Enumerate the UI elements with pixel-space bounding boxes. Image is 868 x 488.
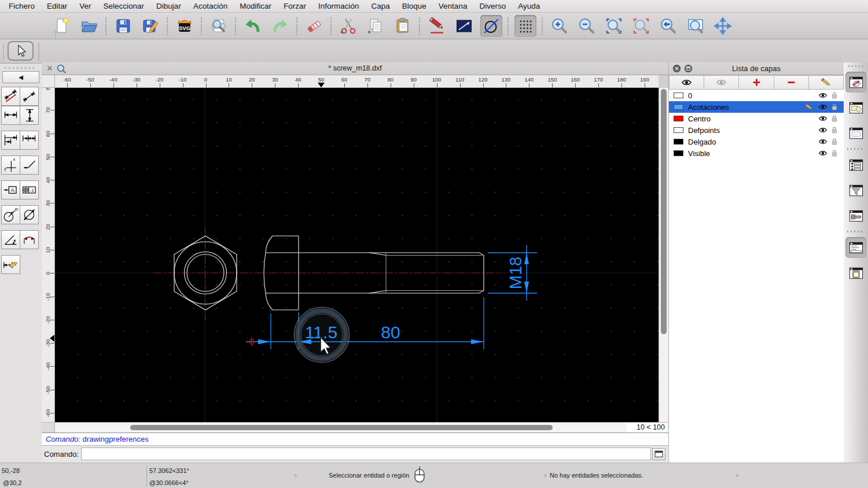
toggle-all-visible-button[interactable]	[669, 75, 704, 90]
panel-properties-toggle-button[interactable]	[845, 154, 866, 175]
dim-vertical-button[interactable]	[20, 106, 39, 125]
panel-library-toggle-button[interactable]	[845, 123, 866, 143]
zoom-previous-button[interactable]	[657, 15, 679, 37]
dim-horizontal-button[interactable]	[1, 106, 20, 125]
menu-seleccionar[interactable]: Seleccionar	[104, 2, 145, 10]
menu-ver[interactable]: Ver	[79, 2, 91, 10]
layer-lock-toggle[interactable]	[830, 137, 839, 146]
paste-button[interactable]	[392, 15, 414, 37]
save-as-button[interactable]	[139, 15, 161, 37]
layer-visibility-toggle[interactable]	[818, 102, 827, 112]
menu-capa[interactable]: Capa	[372, 2, 390, 10]
menu-diverso[interactable]: Diverso	[479, 2, 506, 10]
menu-editar[interactable]: Editar	[47, 2, 67, 10]
layer-lock-toggle[interactable]	[830, 125, 839, 135]
layer-lock-toggle[interactable]	[830, 149, 839, 158]
layer-visibility-toggle[interactable]	[818, 125, 827, 135]
layer-lock-toggle[interactable]	[830, 114, 839, 123]
layer-visibility-toggle[interactable]	[818, 91, 827, 100]
dim-angular-button[interactable]	[1, 230, 20, 249]
layer-color-swatch[interactable]	[674, 116, 683, 121]
layer-color-swatch[interactable]	[674, 139, 683, 145]
panel-blocks-toggle-button[interactable]	[845, 97, 866, 118]
layer-color-swatch[interactable]	[674, 150, 683, 156]
layer-row-0[interactable]: 0	[669, 90, 844, 101]
zoom-in-button[interactable]	[549, 15, 571, 37]
panel-filter-toggle-button[interactable]	[845, 180, 866, 201]
selection-tool-button[interactable]	[8, 41, 34, 61]
pan-button[interactable]	[712, 15, 734, 37]
command-input[interactable]	[81, 448, 651, 460]
draw-pencil-button[interactable]	[426, 15, 448, 37]
layer-lock-toggle[interactable]	[830, 91, 839, 100]
remove-layer-button[interactable]	[774, 75, 809, 90]
undo-button[interactable]	[242, 15, 264, 37]
redo-button[interactable]	[269, 15, 291, 37]
toggle-all-hidden-button[interactable]	[704, 75, 739, 90]
menu-bloque[interactable]: Bloque	[402, 2, 426, 10]
vertical-scrollbar-thumb[interactable]	[661, 89, 667, 334]
panel-view-toggle-button[interactable]	[845, 205, 866, 226]
layer-row-centro[interactable]: Centro	[669, 113, 844, 124]
layer-lock-toggle[interactable]	[830, 102, 839, 112]
menu-ayuda[interactable]: Ayuda	[518, 2, 540, 10]
layer-row-delgado[interactable]: Delgado	[669, 136, 844, 147]
dock-strip-drag-handle[interactable]	[848, 65, 863, 67]
dim-text-length[interactable]: 80	[381, 323, 400, 342]
horizontal-scrollbar-thumb[interactable]	[130, 425, 553, 430]
dim-radius-button[interactable]: R	[1, 205, 20, 224]
cut-button[interactable]	[337, 15, 359, 37]
layer-row-acotaciones[interactable]: Acotaciones	[669, 101, 844, 113]
menu-modificar[interactable]: Modificar	[240, 2, 271, 10]
save-button[interactable]	[112, 15, 134, 37]
menu-dibujar[interactable]: Dibujar	[156, 2, 181, 10]
dim-tolerance-button[interactable]: .1	[20, 180, 39, 199]
zoom-auto-button[interactable]	[603, 15, 625, 37]
layer-color-swatch[interactable]	[674, 93, 683, 98]
copy-button[interactable]	[365, 15, 387, 37]
dim-ordinate-button[interactable]: xy	[1, 156, 20, 175]
palette-back-button[interactable]: ◀	[2, 71, 39, 83]
zoom-selection-button[interactable]	[630, 15, 652, 37]
menu-ventana[interactable]: Ventana	[439, 2, 468, 10]
toolbar-drag-handle[interactable]	[3, 44, 5, 59]
dim-diameter-button[interactable]	[20, 205, 39, 224]
line-tool-button[interactable]	[453, 15, 475, 37]
layer-visibility-toggle[interactable]	[818, 137, 827, 146]
panel-layers-toggle-button[interactable]	[845, 72, 866, 93]
dim-regenerate-button[interactable]	[1, 255, 20, 274]
palette-drag-handle[interactable]	[5, 67, 37, 69]
svg-export-button[interactable]: SVG	[174, 15, 196, 37]
layer-color-swatch[interactable]	[674, 104, 683, 110]
zoom-out-button[interactable]	[576, 15, 598, 37]
add-layer-button[interactable]	[739, 75, 774, 90]
menu-acotacion[interactable]: Acotación	[193, 2, 227, 10]
dim-baseline-button[interactable]	[1, 131, 20, 150]
menu-fichero[interactable]: Fichero	[9, 2, 35, 10]
open-folder-button[interactable]	[78, 15, 100, 37]
command-window-button[interactable]	[652, 448, 665, 460]
layer-row-defpoints[interactable]: Defpoints	[669, 124, 844, 136]
drawing-canvas[interactable]: 11.5 80 M18	[55, 88, 659, 422]
layer-visibility-toggle[interactable]	[818, 149, 827, 158]
dim-label-button[interactable]: A	[1, 180, 20, 199]
menu-forzar[interactable]: Forzar	[284, 2, 306, 10]
menu-informacion[interactable]: Información	[318, 2, 359, 10]
print-preview-button[interactable]	[208, 15, 230, 37]
horizontal-scrollbar[interactable]: 10 < 100	[42, 422, 668, 432]
new-file-button[interactable]	[51, 15, 73, 37]
panel-clipboard-toggle-button[interactable]	[845, 263, 866, 283]
dim-aligned-button[interactable]	[20, 87, 39, 106]
layer-row-visible[interactable]: Visible	[669, 147, 844, 159]
circle-tool-button[interactable]	[480, 15, 502, 37]
dim-text-thread[interactable]: M18	[506, 257, 525, 289]
grid-toggle-button[interactable]	[514, 15, 536, 37]
vertical-scrollbar[interactable]	[659, 88, 668, 422]
dim-arc-button[interactable]	[20, 230, 39, 249]
layer-visibility-toggle[interactable]	[818, 114, 827, 123]
dim-aligned-active-button[interactable]	[1, 87, 20, 106]
edit-layer-button[interactable]	[809, 75, 844, 90]
eraser-button[interactable]	[303, 15, 325, 37]
panel-command-toggle-button[interactable]	[845, 237, 866, 258]
dim-continue-button[interactable]	[20, 131, 39, 150]
